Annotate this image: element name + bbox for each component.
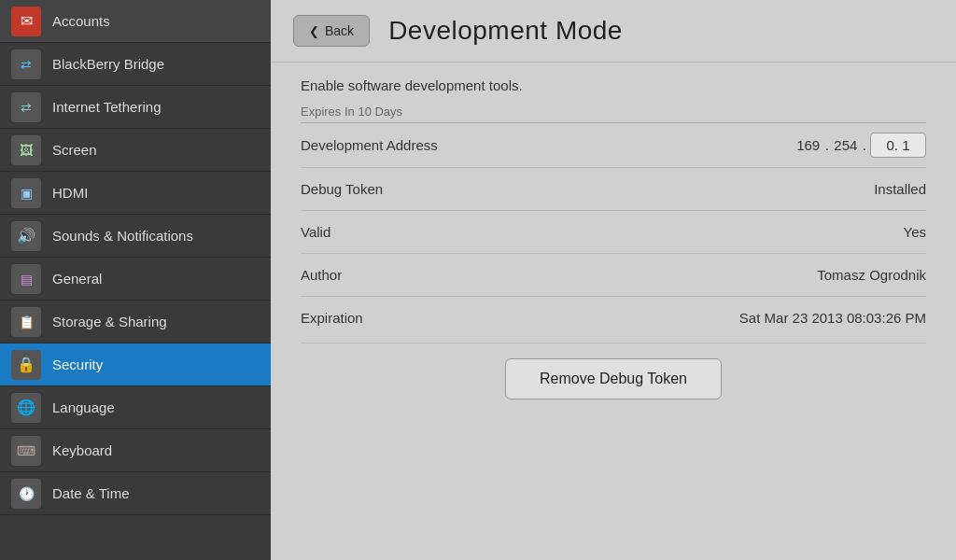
accounts-icon: ✉ (11, 7, 41, 36)
sidebar-item-language[interactable]: 🌐Language (0, 386, 271, 429)
blackberry-bridge-icon: ⇄ (11, 49, 41, 79)
sidebar-label-blackberry-bridge: BlackBerry Bridge (52, 56, 164, 72)
sidebar-item-security[interactable]: 🔒Security (0, 343, 271, 386)
info-label-2: Author (301, 267, 487, 283)
address-seg1: 169 (795, 137, 822, 153)
language-icon: 🌐 (11, 393, 41, 423)
sidebar-item-hdmi[interactable]: ▣HDMI (0, 172, 271, 215)
sidebar-item-storage-sharing[interactable]: 📋Storage & Sharing (0, 301, 271, 343)
address-seg4-val: 1 (902, 137, 909, 153)
sidebar-item-blackberry-bridge[interactable]: ⇄BlackBerry Bridge (0, 43, 271, 86)
sidebar: ✉Accounts⇄BlackBerry Bridge⇄Internet Tet… (0, 0, 271, 560)
expires-label: Expires In 10 Days (301, 105, 926, 123)
storage-sharing-icon: 📋 (11, 307, 41, 337)
general-icon: ▤ (11, 264, 41, 294)
sidebar-item-sounds-notifications[interactable]: 🔊Sounds & Notifications (0, 215, 271, 258)
sidebar-label-hdmi: HDMI (52, 185, 88, 201)
sidebar-label-storage-sharing: Storage & Sharing (52, 314, 167, 329)
keyboard-icon: ⌨ (11, 436, 41, 466)
sidebar-label-sounds-notifications: Sounds & Notifications (52, 228, 193, 244)
sidebar-item-keyboard[interactable]: ⌨Keyboard (0, 429, 271, 472)
dev-address-parts: 169 . 254 . 0. 1 (487, 133, 926, 158)
sidebar-item-general[interactable]: ▤General (0, 258, 271, 301)
sounds-notifications-icon: 🔊 (11, 221, 41, 251)
screen-icon: 🖼 (11, 135, 41, 165)
chevron-left-icon: ❮ (309, 24, 319, 38)
date-time-icon: 🕐 (11, 479, 41, 509)
back-label: Back (325, 23, 354, 38)
dev-address-label: Development Address (301, 137, 487, 153)
remove-debug-token-button[interactable]: Remove Debug Token (505, 358, 722, 399)
info-label-1: Valid (301, 224, 487, 240)
main-header: ❮ Back Development Mode (271, 0, 956, 63)
sidebar-item-date-time[interactable]: 🕐Date & Time (0, 472, 271, 515)
page-title: Development Mode (388, 16, 623, 46)
address-input-box[interactable]: 0. 1 (870, 133, 926, 158)
security-icon: 🔒 (11, 350, 41, 380)
info-row: AuthorTomasz Ogrodnik (301, 254, 926, 297)
sidebar-label-keyboard: Keyboard (52, 442, 112, 458)
info-value-0: Installed (487, 181, 926, 197)
info-value-1: Yes (487, 224, 926, 240)
sidebar-label-internet-tethering: Internet Tethering (52, 99, 161, 115)
dev-address-row: Development Address 169 . 254 . 0. 1 (301, 123, 926, 168)
sidebar-label-general: General (52, 271, 102, 287)
address-seg3-val: 0. (886, 137, 898, 153)
info-value-3: Sat Mar 23 2013 08:03:26 PM (487, 310, 926, 326)
main-body: Enable software development tools. Expir… (271, 63, 956, 560)
info-row: ValidYes (301, 211, 926, 254)
sidebar-label-screen: Screen (52, 142, 97, 158)
info-label-0: Debug Token (301, 181, 487, 197)
sidebar-label-security: Security (52, 357, 103, 372)
info-row: ExpirationSat Mar 23 2013 08:03:26 PM (301, 297, 926, 339)
hdmi-icon: ▣ (11, 178, 41, 208)
info-rows-container: Debug TokenInstalledValidYesAuthorTomasz… (301, 168, 926, 339)
info-row: Debug TokenInstalled (301, 168, 926, 211)
sidebar-label-accounts: Accounts (52, 13, 110, 29)
description: Enable software development tools. (301, 77, 926, 93)
sidebar-label-date-time: Date & Time (52, 485, 130, 501)
sidebar-item-internet-tethering[interactable]: ⇄Internet Tethering (0, 86, 271, 129)
address-seg2: 254 (833, 137, 859, 153)
internet-tethering-icon: ⇄ (11, 92, 41, 122)
remove-btn-container: Remove Debug Token (301, 343, 926, 414)
sidebar-item-accounts[interactable]: ✉Accounts (0, 0, 271, 43)
main-content: ❮ Back Development Mode Enable software … (271, 0, 956, 560)
back-button[interactable]: ❮ Back (293, 15, 370, 47)
info-label-3: Expiration (301, 310, 487, 326)
sidebar-item-screen[interactable]: 🖼Screen (0, 129, 271, 172)
info-value-2: Tomasz Ogrodnik (487, 267, 926, 283)
sidebar-label-language: Language (52, 399, 115, 415)
